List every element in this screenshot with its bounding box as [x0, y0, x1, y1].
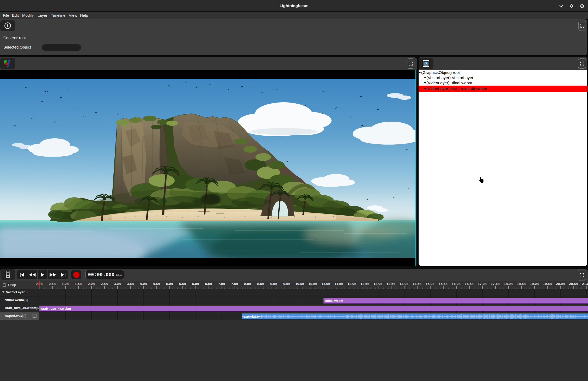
- svg-text:?: ?: [425, 62, 427, 66]
